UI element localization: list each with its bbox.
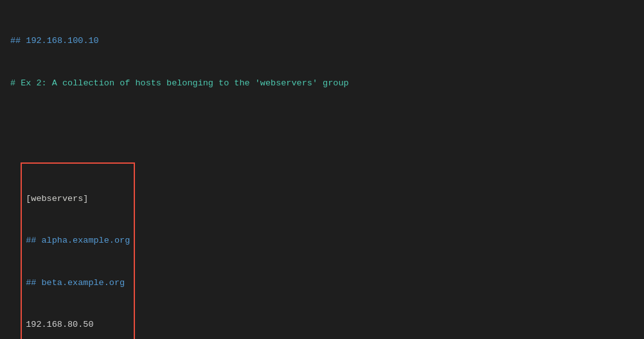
webservers-group: [webservers] [26, 192, 130, 206]
ex2-comment-line: # Ex 2: A collection of hosts belonging … [10, 76, 634, 91]
ws-ip1: 192.168.80.50 [26, 318, 130, 332]
ws-host1: ## alpha.example.org [26, 234, 130, 248]
ws-host2: ## beta.example.org [26, 276, 130, 290]
blank-line-1 [10, 118, 634, 132]
code-content: ## 192.168.100.10 # Ex 2: A collection o… [10, 6, 634, 339]
top-ip-line: ## 192.168.100.10 [10, 34, 634, 48]
webservers-box: [webservers] ## alpha.example.org ## bet… [21, 162, 135, 339]
